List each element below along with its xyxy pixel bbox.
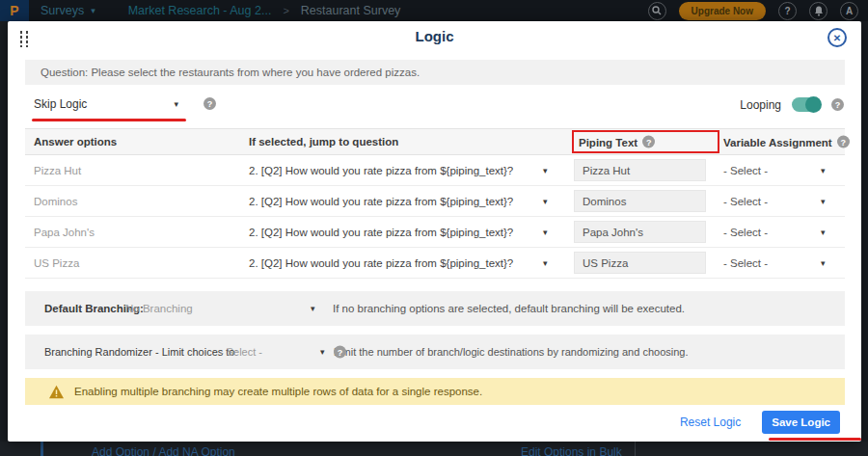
close-icon[interactable]: ✕ — [827, 28, 847, 47]
piping-text-input[interactable] — [574, 159, 706, 181]
avatar[interactable]: A — [840, 2, 858, 20]
logic-modal: Logic ✕ Question: Please select the rest… — [8, 21, 861, 442]
looping-help-icon[interactable]: ? — [831, 98, 844, 111]
piping-text-input[interactable] — [574, 221, 706, 243]
chevron-down-icon[interactable]: ▾ — [320, 347, 325, 357]
breadcrumb-separator-icon: > — [283, 5, 288, 16]
top-navigation-bar: P Surveys ▾ Market Research - Aug 2... >… — [0, 0, 868, 21]
looping-label: Looping — [740, 98, 781, 112]
header-jump-to-question: If selected, jump to question — [249, 136, 398, 148]
panel-divider — [635, 442, 636, 456]
chevron-down-icon[interactable]: ▾ — [543, 258, 548, 268]
jump-question-select[interactable]: 2. [Q2] How would you rate pizza from ${… — [249, 227, 513, 238]
breadcrumb-survey[interactable]: Restaurant Survey — [301, 4, 401, 17]
variable-assignment-help-icon[interactable]: ? — [837, 136, 850, 148]
looping-control: Looping ? — [740, 97, 844, 112]
variable-assignment-select[interactable]: - Select - — [723, 227, 768, 238]
annotation-underline-skip-logic — [32, 119, 186, 121]
randomizer-label: Branching Randomizer - Limit choices to: — [44, 346, 238, 358]
answer-option-label: Dominos — [34, 196, 77, 207]
question-text: Question: Please select the restaurants … — [41, 67, 420, 78]
surveys-menu[interactable]: Surveys ▾ — [41, 4, 95, 17]
logic-type-select[interactable]: Skip Logic ▾ — [34, 97, 178, 111]
header-answer-options: Answer options — [34, 136, 117, 148]
table-row: Papa John's 2. [Q2] How would you rate p… — [25, 217, 845, 248]
table-row: US Pizza 2. [Q2] How would you rate pizz… — [25, 248, 845, 279]
topbar-actions: Upgrade Now ? A — [648, 2, 868, 20]
modal-title: Logic — [8, 28, 861, 44]
chevron-down-icon[interactable]: ▾ — [821, 228, 826, 237]
logic-table-header: Answer options If selected, jump to ques… — [25, 128, 845, 155]
variable-assignment-select[interactable]: - Select - — [723, 257, 768, 269]
chevron-down-icon[interactable]: ▾ — [821, 258, 826, 268]
default-branching-help-text: If no branching options are selected, de… — [333, 303, 685, 314]
save-logic-button[interactable]: Save Logic — [762, 411, 840, 434]
branching-randomizer-bar: Branching Randomizer - Limit choices to:… — [25, 335, 845, 369]
toggle-knob — [805, 96, 822, 113]
chevron-down-icon[interactable]: ▾ — [543, 228, 548, 237]
default-branching-select[interactable]: No Branching — [125, 303, 193, 314]
chevron-down-icon[interactable]: ▾ — [821, 197, 826, 206]
answer-option-label: US Pizza — [34, 257, 79, 269]
upgrade-now-button[interactable]: Upgrade Now — [679, 2, 766, 20]
randomizer-help-icon[interactable]: ? — [334, 346, 346, 359]
edit-options-bulk-link[interactable]: Edit Options in Bulk — [521, 445, 622, 456]
answer-option-label: Papa John's — [34, 227, 95, 238]
variable-assignment-select[interactable]: - Select - — [723, 165, 768, 176]
warning-banner: Enabling multiple branching may create m… — [25, 378, 845, 405]
questionpro-logo[interactable]: P — [0, 0, 29, 21]
chevron-down-icon: ▾ — [174, 99, 178, 109]
option-list-accent-bar — [41, 442, 43, 456]
default-branching-bar: Default Branching: No Branching ▾ If no … — [25, 291, 845, 326]
reset-logic-link[interactable]: Reset Logic — [680, 416, 741, 429]
jump-question-select[interactable]: 2. [Q2] How would you rate pizza from ${… — [249, 165, 513, 176]
variable-assignment-select[interactable]: - Select - — [723, 196, 768, 207]
answer-option-label: Pizza Hut — [34, 165, 81, 176]
jump-question-select[interactable]: 2. [Q2] How would you rate pizza from ${… — [249, 257, 513, 269]
logic-type-value: Skip Logic — [34, 97, 87, 111]
add-option-link[interactable]: Add Option / Add NA Option — [92, 445, 235, 456]
chevron-down-icon[interactable]: ▾ — [821, 166, 826, 175]
breadcrumb: Market Research - Aug 2... > Restaurant … — [128, 4, 401, 17]
app-screen: P Surveys ▾ Market Research - Aug 2... >… — [0, 0, 868, 456]
looping-toggle[interactable] — [792, 97, 821, 112]
skip-logic-help-icon[interactable]: ? — [203, 97, 216, 110]
notifications-bell-icon[interactable] — [809, 2, 827, 20]
annotation-box-piping-text — [572, 130, 719, 153]
page-behind-modal: Add Option / Add NA Option Edit Options … — [0, 442, 868, 456]
annotation-underline-save-logic — [769, 438, 861, 441]
help-icon[interactable]: ? — [778, 2, 797, 20]
table-row: Pizza Hut 2. [Q2] How would you rate piz… — [25, 155, 845, 186]
chevron-down-icon[interactable]: ▾ — [311, 304, 315, 313]
surveys-menu-label: Surveys — [41, 4, 84, 17]
modal-footer: Reset Logic Save Logic — [680, 411, 840, 434]
question-bar: Question: Please select the restaurants … — [25, 60, 845, 85]
randomizer-help-label: Limit the number of branch/logic destina… — [334, 346, 689, 358]
piping-text-input[interactable] — [574, 252, 706, 274]
header-variable-assignment-label: Variable Assignment — [723, 136, 832, 148]
logo-letter: P — [10, 3, 18, 18]
jump-question-select[interactable]: 2. [Q2] How would you rate pizza from ${… — [249, 196, 513, 207]
chevron-down-icon: ▾ — [91, 6, 95, 15]
search-icon[interactable] — [648, 2, 666, 20]
chevron-down-icon[interactable]: ▾ — [543, 166, 548, 175]
warning-triangle-icon — [48, 385, 65, 399]
warning-text: Enabling multiple branching may create m… — [74, 386, 482, 397]
header-variable-assignment: Variable Assignment ? — [723, 136, 850, 148]
breadcrumb-folder[interactable]: Market Research - Aug 2... — [128, 4, 272, 17]
chevron-down-icon[interactable]: ▾ — [543, 197, 548, 206]
table-row: Dominos 2. [Q2] How would you rate pizza… — [25, 186, 845, 217]
randomizer-select[interactable]: - Select - — [220, 346, 262, 358]
piping-text-input[interactable] — [574, 190, 706, 212]
